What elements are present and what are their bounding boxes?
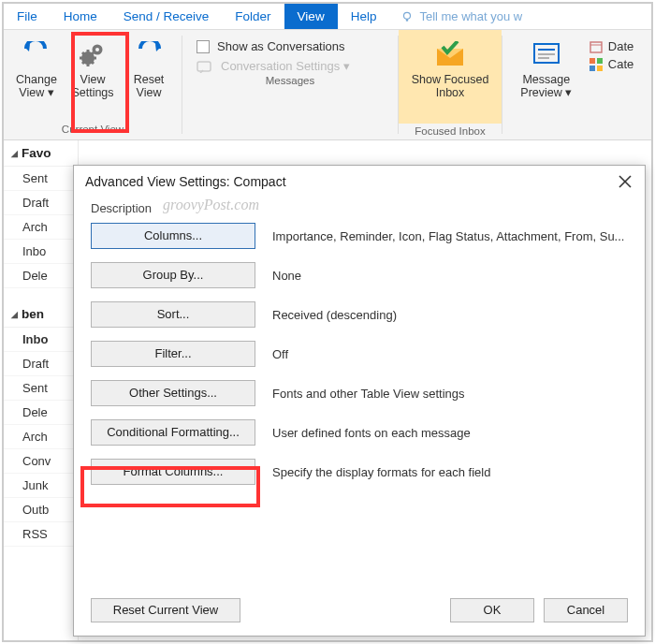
nav-item[interactable]: Draft — [4, 352, 78, 376]
svg-rect-1 — [406, 19, 408, 21]
change-view-button[interactable]: ChangeView ▾ — [10, 34, 63, 99]
dialog-title: Advanced View Settings: Compact — [85, 174, 286, 189]
conversation-icon — [196, 60, 213, 73]
other-settings-button[interactable]: Other Settings... — [91, 380, 255, 406]
svg-rect-19 — [590, 42, 602, 52]
dialog-close-button[interactable] — [617, 173, 633, 190]
nav-item[interactable]: Dele — [4, 264, 78, 288]
nav-item[interactable]: Draft — [4, 191, 78, 215]
nav-item[interactable]: Dele — [4, 401, 78, 425]
nav-item[interactable]: Sent — [4, 167, 78, 191]
svg-rect-15 — [534, 44, 559, 63]
tab-view[interactable]: View — [284, 4, 338, 29]
nav-favorites-header[interactable]: ◢Favo — [4, 140, 78, 167]
nav-item[interactable]: Junk — [4, 474, 78, 498]
nav-item[interactable]: Conv — [4, 449, 78, 474]
group-label-arrangement — [508, 122, 646, 138]
advanced-view-settings-dialog: Advanced View Settings: Compact Descript… — [73, 165, 646, 637]
tab-folder[interactable]: Folder — [222, 4, 284, 29]
show-focused-inbox-button[interactable]: Show FocusedInbox — [407, 34, 493, 99]
svg-rect-22 — [597, 58, 603, 64]
conditional-formatting-desc: User defined fonts on each message — [272, 426, 628, 440]
arrange-by-date[interactable]: Date — [590, 39, 633, 53]
ribbon-tabs: File Home Send / Receive Folder View Hel… — [4, 4, 651, 30]
message-preview-button[interactable]: MessagePreview ▾ — [517, 34, 576, 99]
highlight-conditional-formatting — [80, 466, 260, 507]
show-as-conversations-checkbox[interactable]: Show as Conversations — [196, 39, 384, 53]
group-by-desc: None — [272, 269, 628, 283]
conversation-settings-dropdown: Conversation Settings ▾ — [196, 59, 384, 73]
cancel-button[interactable]: Cancel — [544, 598, 628, 622]
reset-view-button[interactable]: ResetView — [123, 34, 175, 99]
svg-rect-21 — [590, 58, 595, 64]
tab-home[interactable]: Home — [51, 4, 110, 29]
svg-rect-23 — [590, 66, 595, 71]
reset-view-icon — [135, 41, 163, 69]
change-view-icon — [22, 41, 51, 69]
filter-button[interactable]: Filter... — [91, 341, 255, 367]
tell-me-placeholder: Tell me what you w — [419, 9, 522, 23]
columns-button[interactable]: Columns... — [91, 223, 255, 249]
tab-help[interactable]: Help — [338, 4, 390, 29]
nav-item[interactable]: RSS — [4, 522, 78, 547]
conditional-formatting-button[interactable]: Conditional Formatting... — [91, 419, 255, 446]
nav-item-inbox[interactable]: Inbo — [4, 328, 78, 352]
nav-item[interactable]: Outb — [4, 498, 78, 522]
description-label: Description — [91, 201, 628, 215]
lightbulb-icon — [400, 10, 414, 23]
filter-desc: Off — [272, 347, 628, 361]
caret-down-icon: ◢ — [11, 310, 18, 319]
sort-button[interactable]: Sort... — [91, 301, 255, 328]
svg-rect-24 — [597, 66, 603, 71]
tab-file[interactable]: File — [4, 4, 51, 29]
sort-desc: Received (descending) — [272, 308, 628, 322]
focused-inbox-icon — [433, 41, 467, 69]
group-label-focused-inbox: Focused Inbox — [399, 124, 502, 139]
other-settings-desc: Fonts and other Table View settings — [272, 387, 628, 401]
nav-item[interactable]: Sent — [4, 376, 78, 401]
date-icon — [590, 40, 603, 53]
group-by-button[interactable]: Group By... — [91, 262, 255, 288]
nav-item[interactable]: Inbo — [4, 240, 78, 264]
ok-button[interactable]: OK — [450, 598, 534, 622]
caret-down-icon: ◢ — [11, 149, 18, 158]
reset-current-view-button[interactable]: Reset Current View — [91, 598, 240, 622]
close-icon — [619, 175, 632, 188]
columns-desc: Importance, Reminder, Icon, Flag Status,… — [272, 229, 628, 243]
categories-icon — [590, 58, 603, 71]
arrange-by-categories[interactable]: Cate — [590, 57, 633, 71]
group-label-messages: Messages — [188, 73, 392, 89]
highlight-view-settings — [71, 32, 129, 133]
checkbox-icon — [196, 40, 210, 53]
nav-item[interactable]: Arch — [4, 425, 78, 449]
nav-item[interactable]: Arch — [4, 215, 78, 240]
tab-send-receive[interactable]: Send / Receive — [110, 4, 223, 29]
svg-point-0 — [404, 12, 411, 19]
format-columns-desc: Specify the display formats for each fie… — [272, 465, 628, 479]
nav-account-header[interactable]: ◢ben — [4, 301, 78, 328]
message-preview-icon — [532, 42, 560, 68]
folder-nav: ◢Favo Sent Draft Arch Inbo Dele ◢ben Inb… — [4, 140, 79, 640]
tell-me-search[interactable]: Tell me what you w — [389, 4, 522, 29]
svg-rect-12 — [197, 62, 211, 71]
